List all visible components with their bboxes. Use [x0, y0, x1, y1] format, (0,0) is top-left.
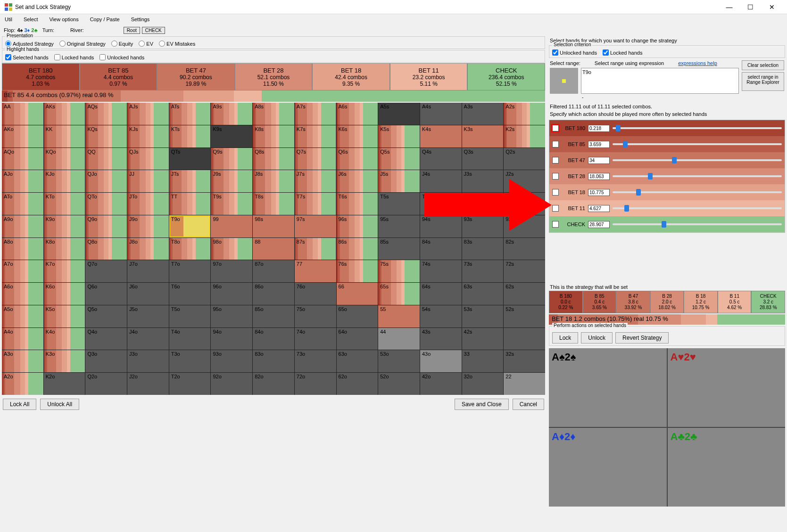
cell-A2o[interactable]: A2o	[2, 373, 43, 395]
cell-97s[interactable]: 97s	[295, 215, 336, 237]
cell-AKo[interactable]: AKo	[2, 125, 43, 147]
cell-A9o[interactable]: A9o	[2, 215, 43, 237]
cell-92o[interactable]: 92o	[211, 373, 252, 395]
slider-bet-28[interactable]: BET 28	[549, 168, 785, 184]
cell-73o[interactable]: 73o	[295, 350, 336, 372]
hand-grid[interactable]: AAAKsAQsAJsATsA9sA8sA7sA6sA5sA4sA3sA2sAK…	[2, 103, 545, 395]
cell-66[interactable]: 66	[337, 283, 378, 305]
cell-Q9s[interactable]: Q9s	[211, 148, 252, 170]
cell-A6o[interactable]: A6o	[2, 283, 43, 305]
expressions-help-link[interactable]: expressions help	[678, 60, 717, 66]
cell-ATo[interactable]: ATo	[2, 193, 43, 215]
cell-93o[interactable]: 93o	[211, 350, 252, 372]
cell-53o[interactable]: 53o	[378, 350, 420, 372]
cell-K4o[interactable]: K4o	[44, 328, 85, 350]
cell-T7o[interactable]: T7o	[169, 260, 211, 282]
cell-A3s[interactable]: A3s	[462, 103, 504, 125]
cell-T2o[interactable]: T2o	[169, 373, 211, 395]
cell-92s[interactable]: 92s	[504, 215, 545, 237]
cell-95s[interactable]: 95s	[378, 215, 420, 237]
cell-A7o[interactable]: A7o	[2, 260, 43, 282]
cell-J3s[interactable]: J3s	[462, 170, 504, 192]
cell-94s[interactable]: 94s	[420, 215, 462, 237]
revert-strategy-button[interactable]: Revert Strategy	[615, 332, 669, 344]
cell-T5o[interactable]: T5o	[169, 305, 211, 327]
cell-T3o[interactable]: T3o	[169, 350, 211, 372]
cell-T8o[interactable]: T8o	[169, 238, 211, 260]
cell-Q6o[interactable]: Q6o	[85, 283, 127, 305]
cell-K3s[interactable]: K3s	[462, 125, 504, 147]
cell-J7s[interactable]: J7s	[295, 170, 336, 192]
cell-J3o[interactable]: J3o	[127, 350, 169, 372]
cell-KQs[interactable]: KQs	[85, 125, 127, 147]
cell-T9s[interactable]: T9s	[211, 193, 252, 215]
cell-T6s[interactable]: T6s	[337, 193, 378, 215]
slider-bet-47[interactable]: BET 47	[549, 152, 785, 168]
cell-42s[interactable]: 42s	[462, 328, 504, 350]
cell-T4o[interactable]: T4o	[169, 328, 211, 350]
slider-bet-85[interactable]: BET 85	[549, 136, 785, 152]
cell-62s[interactable]: 62s	[504, 283, 545, 305]
cell-K7o[interactable]: K7o	[44, 260, 85, 282]
cell-AQo[interactable]: AQo	[2, 148, 43, 170]
cell-KQo[interactable]: KQo	[44, 148, 85, 170]
cell-76s[interactable]: 76s	[337, 260, 378, 282]
cell-K2o[interactable]: K2o	[44, 373, 85, 395]
clear-selection-button[interactable]: Clear selection	[742, 60, 784, 70]
cell-K2s[interactable]: K2s	[504, 125, 545, 147]
cell-65s[interactable]: 65s	[378, 283, 420, 305]
cell-T9o[interactable]: T9o	[169, 215, 211, 237]
cell-Q3s[interactable]: Q3s	[462, 148, 504, 170]
cell-Q4o[interactable]: Q4o	[85, 328, 127, 350]
cell-76o[interactable]: 76o	[295, 283, 336, 305]
cell-AKs[interactable]: AKs	[44, 103, 85, 125]
cell-Q6s[interactable]: Q6s	[337, 148, 378, 170]
cell-J4s[interactable]: J4s	[420, 170, 462, 192]
cell-J8o[interactable]: J8o	[127, 238, 169, 260]
suit-quadrant[interactable]: A♥2♥	[668, 348, 786, 427]
cell-72o[interactable]: 72o	[295, 373, 336, 395]
lock-all-button[interactable]: Lock All	[3, 399, 36, 410]
cell-K6o[interactable]: K6o	[44, 283, 85, 305]
cell-42o[interactable]: 42o	[420, 373, 462, 395]
suit-quadrant[interactable]: A♦2♦	[549, 428, 667, 507]
cell-Q8s[interactable]: Q8s	[253, 148, 294, 170]
cell-82o[interactable]: 82o	[253, 373, 294, 395]
cell-Q7o[interactable]: Q7o	[85, 260, 127, 282]
cell-JTs[interactable]: JTs	[169, 170, 211, 192]
maximize-button[interactable]: ☐	[740, 0, 761, 14]
cell-K3o[interactable]: K3o	[44, 350, 85, 372]
open-range-explorer-button[interactable]: select range in Range Explorer	[742, 72, 784, 91]
cell-87s[interactable]: 87s	[295, 238, 336, 260]
cell-A8s[interactable]: A8s	[253, 103, 294, 125]
cell-33[interactable]: 33	[462, 350, 504, 372]
cell-J2s[interactable]: J2s	[504, 170, 545, 192]
menu-select[interactable]: Select	[22, 16, 40, 23]
suit-quadrant[interactable]: A♣2♣	[668, 428, 786, 507]
cell-QTs[interactable]: QTs	[169, 148, 211, 170]
cell-63s[interactable]: 63s	[462, 283, 504, 305]
cell-J5s[interactable]: J5s	[378, 170, 420, 192]
cell-K5s[interactable]: K5s	[378, 125, 420, 147]
cell-Q2o[interactable]: Q2o	[85, 373, 127, 395]
menu-settings[interactable]: Settings	[129, 16, 152, 23]
cell-52o[interactable]: 52o	[378, 373, 420, 395]
cell-J5o[interactable]: J5o	[127, 305, 169, 327]
cell-T6o[interactable]: T6o	[169, 283, 211, 305]
cell-QJs[interactable]: QJs	[127, 148, 169, 170]
cell-74s[interactable]: 74s	[420, 260, 462, 282]
lock-button[interactable]: Lock	[552, 332, 578, 344]
cell-96s[interactable]: 96s	[337, 215, 378, 237]
action-bet-18[interactable]: BET 1842.4 combos9.35 %	[312, 63, 390, 90]
cell-J9s[interactable]: J9s	[211, 170, 252, 192]
range-expression-input[interactable]: T9o	[581, 68, 739, 94]
cell-Q5o[interactable]: Q5o	[85, 305, 127, 327]
cell-Q4s[interactable]: Q4s	[420, 148, 462, 170]
cell-KK[interactable]: KK	[44, 125, 85, 147]
cell-K4s[interactable]: K4s	[420, 125, 462, 147]
cell-JJ[interactable]: JJ	[127, 170, 169, 192]
cell-KJs[interactable]: KJs	[127, 125, 169, 147]
cell-A4s[interactable]: A4s	[420, 103, 462, 125]
cell-75s[interactable]: 75s	[378, 260, 420, 282]
cell-KTs[interactable]: KTs	[169, 125, 211, 147]
